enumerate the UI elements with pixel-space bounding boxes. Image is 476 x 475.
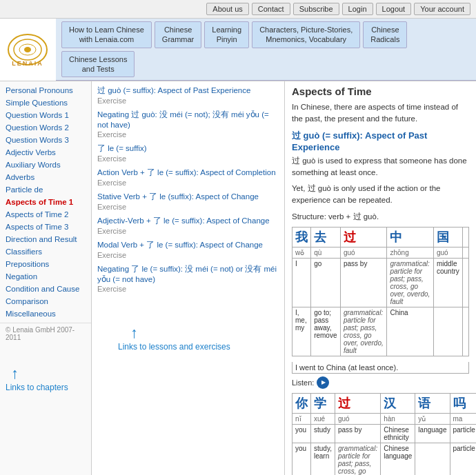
listen-label-1: Listen: [292, 378, 314, 387]
sidebar-item-comparison[interactable]: Comparison [0, 295, 91, 307]
t2-r2-c2: xué [311, 413, 335, 424]
sidebar-item-miscellaneous[interactable]: Miscellaneous [0, 307, 91, 320]
right-intro: In Chinese, there are aspects of time in… [292, 101, 469, 125]
right-panel: Aspects of Time In Chinese, there are as… [285, 81, 476, 475]
exercise-link-5[interactable]: Exercise [97, 226, 279, 237]
your-account-btn[interactable]: Your account [414, 3, 470, 15]
t2-r3-c3: pass by [335, 424, 380, 443]
sidebar-item-classifiers[interactable]: Classifiers [0, 245, 91, 258]
characters-btn[interactable]: Characters, Picture-Stories,Mnemonics, V… [252, 21, 360, 48]
right-body2: Yet, 过 guò is only used if the action or… [292, 183, 469, 207]
sidebar-item-adjectiv-verbs[interactable]: Adjectiv Verbs [0, 146, 91, 159]
lesson-link-4[interactable]: Stative Verb + 了 le (suffix): Aspect of … [97, 192, 259, 201]
t1-r3-c3: pass by [340, 258, 387, 307]
main-nav: How to Learn Chinesewith Lenaia.com Chin… [56, 19, 476, 81]
right-title: Aspects of Time [292, 85, 469, 97]
t1-r3-c6 [462, 258, 468, 307]
main-layout: Personal Pronouns Simple Questions Quest… [0, 81, 476, 475]
right-structure: Structure: verb + 过 guò. [292, 211, 469, 223]
t1-r2-c5: guó [434, 247, 463, 258]
sidebar-item-condition-cause[interactable]: Condition and Cause [0, 283, 91, 295]
t2-r1-c4: 汉 [381, 393, 415, 413]
t1-r3-c2: go [311, 258, 341, 307]
sidebar-item-particle-de[interactable]: Particle de [0, 183, 91, 196]
t2-r1-c5: 语 [415, 393, 450, 413]
logout-btn[interactable]: Logout [376, 3, 412, 15]
sidebar-item-direction-result[interactable]: Direction and Result [0, 233, 91, 245]
lesson-link-5[interactable]: Adjectiv-Verb + 了 le (= suffix): Aspect … [97, 216, 270, 225]
t2-r1-c2: 学 [311, 393, 335, 413]
sidebar-item-aspects-time-3[interactable]: Aspects of Time 3 [0, 221, 91, 233]
exercise-link-0[interactable]: Exercise [97, 96, 279, 107]
exercise-link-4[interactable]: Exercise [97, 202, 279, 213]
sidebar-annotation: Links to chapters [6, 383, 68, 392]
t2-r2-c6: ma [450, 413, 476, 424]
t2-r4-c1: you [292, 443, 311, 475]
lesson-link-0[interactable]: 过 guò (= suffix): Aspect of Past Experie… [97, 86, 250, 94]
contact-btn[interactable]: Contact [252, 3, 290, 15]
sidebar-item-auxiliary-words[interactable]: Auxiliary Words [0, 159, 91, 171]
t1-r2-c1: wǒ [292, 247, 311, 258]
login-btn[interactable]: Login [342, 3, 373, 15]
sidebar-item-aspects-time-2[interactable]: Aspects of Time 2 [0, 208, 91, 221]
learning-pinyin-btn[interactable]: LearningPinyin [204, 21, 249, 48]
t2-r2-c4: hàn [381, 413, 415, 424]
t1-r1-c4: 中 [387, 227, 434, 247]
t1-r2-c3: guó [340, 247, 387, 258]
lesson-link-3[interactable]: Action Verb + 了 le (= suffix): Aspect of… [97, 168, 276, 176]
logo-area: LENAIA [0, 27, 56, 73]
logo: LENAIA [6, 31, 50, 69]
t2-r4-c6: particle [450, 443, 476, 475]
middle-item-5: Adjectiv-Verb + 了 le (= suffix): Aspect … [97, 214, 279, 239]
middle-annotation: Links to lessons and exercises [118, 342, 230, 352]
sidebar-item-question-words-1[interactable]: Question Words 1 [0, 109, 91, 121]
t1-r1-c6 [462, 227, 468, 247]
exercise-link-2[interactable]: Exercise [97, 154, 279, 165]
subscribe-btn[interactable]: Subscribe [293, 3, 339, 15]
middle-item-7: Negating 了 le (= suffix): 没 méi (= not) … [97, 263, 279, 296]
sidebar-item-negation[interactable]: Negation [0, 270, 91, 283]
t2-r4-c5 [415, 443, 450, 475]
t1-r3-c4: grammatical: particle for past; pass, cr… [387, 258, 434, 307]
lesson-link-1[interactable]: Negating 过 guò: 没 méi (= not); 没有 méi yǒ… [97, 110, 269, 129]
sidebar-item-adverbs[interactable]: Adverbs [0, 171, 91, 183]
chinese-radicals-btn[interactable]: ChineseRadicals [363, 21, 407, 48]
sidebar-item-question-words-3[interactable]: Question Words 3 [0, 134, 91, 146]
exercise-link-6[interactable]: Exercise [97, 250, 279, 261]
t1-r1-c5: 国 [434, 227, 463, 247]
exercise-link-7[interactable]: Exercise [97, 284, 279, 295]
t2-r3-c5: language [415, 424, 450, 443]
sidebar-arrow-up-icon: ↑ [11, 365, 19, 383]
t2-r3-c4: Chinese ethnicity [381, 424, 415, 443]
sidebar-item-prepositions[interactable]: Prepositions [0, 258, 91, 270]
t2-r2-c1: nǐ [292, 413, 311, 424]
middle-item-1: Negating 过 guò: 没 méi (= not); 没有 méi yǒ… [97, 108, 279, 142]
lesson-link-6[interactable]: Modal Verb + 了 le (= suffix): Aspect of … [97, 241, 263, 249]
t2-r1-c3: 过 [335, 393, 380, 413]
chinese-lessons-btn[interactable]: Chinese Lessonsand Tests [61, 51, 135, 78]
middle-item-2: 了 le (= suffix) Exercise [97, 142, 279, 166]
play-button-1[interactable] [317, 376, 329, 389]
about-us-btn[interactable]: About us [206, 3, 248, 15]
t1-r1-c3: 过 [340, 227, 387, 247]
top-nav: About us Contact Subscribe Login Logout … [0, 0, 476, 19]
middle-item-6: Modal Verb + 了 le (= suffix): Aspect of … [97, 239, 279, 263]
exercise-link-1[interactable]: Exercise [97, 130, 279, 141]
lesson-link-7[interactable]: Negating 了 le (= suffix): 没 méi (= not) … [97, 265, 277, 283]
middle-arrow-up-icon: ↑ [130, 324, 138, 342]
lesson-link-2[interactable]: 了 le (= suffix) [97, 144, 147, 152]
chinese-grammar-btn[interactable]: ChineseGrammar [155, 21, 201, 48]
t1-r2-c6 [462, 247, 468, 258]
t2-r3-c2: study [311, 424, 335, 443]
t2-r4-c3: grammatical: particle for past; pass, cr… [335, 443, 380, 475]
header: LENAIA How to Learn Chinesewith Lenaia.c… [0, 19, 476, 81]
t2-r4-c4: Chinese language [381, 443, 415, 475]
t2-r2-c5: yǔ [415, 413, 450, 424]
sidebar-item-personal-pronouns[interactable]: Personal Pronouns [0, 84, 91, 97]
exercise-link-3[interactable]: Exercise [97, 178, 279, 189]
how-to-learn-btn[interactable]: How to Learn Chinesewith Lenaia.com [61, 21, 152, 48]
sidebar-item-aspects-time-1[interactable]: Aspects of Time 1 [0, 196, 91, 208]
sidebar-item-question-words-2[interactable]: Question Words 2 [0, 121, 91, 134]
sidebar-item-simple-questions[interactable]: Simple Questions [0, 97, 91, 109]
t2-r3-c1: you [292, 424, 311, 443]
